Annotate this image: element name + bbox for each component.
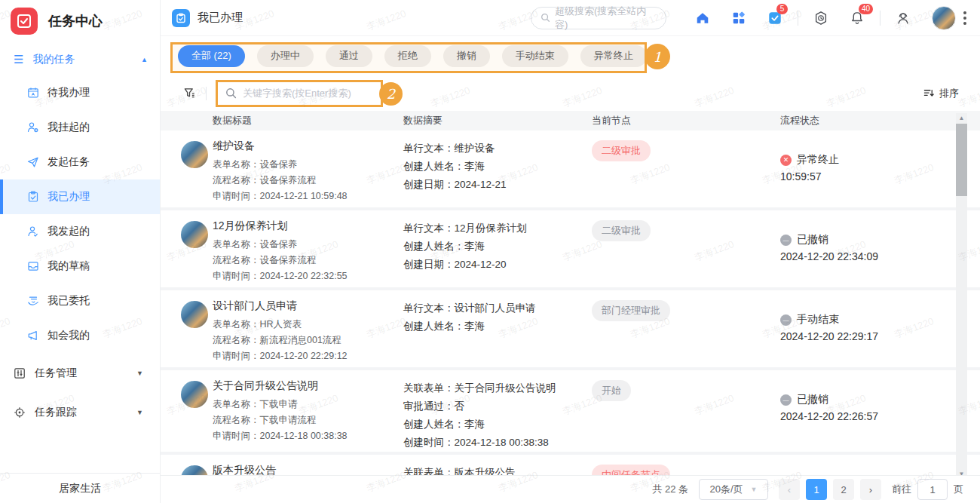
chevron-down-icon[interactable]: ▼	[136, 409, 143, 416]
status-label: 异常终止	[797, 153, 839, 167]
scroll-up-icon[interactable]: ▲	[959, 113, 965, 124]
sidebar-item-label: 我的草稿	[47, 259, 90, 273]
page-size-value: 20条/页	[710, 483, 743, 496]
row-summary: 关联表单：版本升级公告审批通过：否	[403, 455, 592, 475]
support-button[interactable]	[895, 10, 911, 26]
todo-button[interactable]: 5	[767, 10, 783, 26]
row-title[interactable]: 版本升级公告	[213, 464, 403, 475]
tab-all[interactable]: 全部 (22)	[178, 45, 245, 67]
filter-funnel-icon[interactable]	[182, 86, 197, 101]
goto-page-input[interactable]	[917, 479, 948, 500]
tab-rejected[interactable]: 拒绝	[384, 45, 431, 67]
table-row[interactable]: 维护设备 表单名称：设备保养流程名称：设备保养流程申请时间：2024-12-21…	[161, 130, 980, 207]
status-icon	[780, 394, 792, 406]
task-center-logo-icon	[11, 8, 38, 35]
sidebar-group-task-tracking[interactable]: 任务跟踪 ▼	[0, 394, 160, 431]
sidebar-item-todo[interactable]: 待我办理	[0, 75, 160, 110]
total-count: 共 22 条	[652, 483, 688, 496]
table-row[interactable]: 12月份保养计划 表单名称：设备保养流程名称：设备保养流程申请时间：2024-1…	[161, 210, 980, 287]
sidebar-item-notified[interactable]: 知会我的	[0, 318, 160, 353]
table-scrollbar[interactable]: ▲ ▼	[956, 113, 967, 480]
notifications-button[interactable]: 40	[849, 10, 865, 26]
row-summary: 单行文本：维护设备创建人姓名：李海创建日期：2024-12-21	[403, 130, 592, 207]
sidebar-menu: 待我办理 我挂起的 发起任务 我已办理 我发起的 我的草稿	[0, 75, 160, 353]
row-title[interactable]: 设计部门人员申请	[213, 299, 403, 313]
keyword-search-box[interactable]	[216, 80, 383, 107]
annotation-step-1: 1	[645, 44, 670, 69]
app-window: 任务中心 ☰ 我的任务 ▲ 待我办理 我挂起的 发起任务 我已办理	[0, 0, 980, 503]
user-pause-icon	[27, 121, 39, 133]
prev-page-button[interactable]: ‹	[779, 479, 800, 500]
home-icon	[695, 11, 710, 26]
clock-in-button[interactable]	[813, 10, 829, 26]
search-icon	[225, 87, 237, 99]
page-clipboard-icon	[172, 9, 190, 27]
sidebar-group-task-management[interactable]: 任务管理 ▼	[0, 354, 160, 392]
user-icon	[27, 225, 39, 238]
page-button-1[interactable]: 1	[806, 479, 827, 500]
row-details: 表单名称：HR人资表流程名称：新流程消息001流程申请时间：2024-12-20…	[213, 317, 403, 364]
chevron-down-icon[interactable]: ▼	[136, 370, 143, 377]
sidebar: 任务中心 ☰ 我的任务 ▲ 待我办理 我挂起的 发起任务 我已办理	[0, 0, 161, 503]
chevron-up-icon[interactable]: ▲	[141, 56, 148, 63]
sidebar-item-suspended[interactable]: 我挂起的	[0, 110, 160, 145]
row-status: 拒绝	[780, 455, 947, 475]
row-title[interactable]: 维护设备	[213, 140, 403, 153]
divider	[206, 87, 207, 100]
status-time: 10:59:57	[780, 170, 947, 182]
user-avatar[interactable]	[932, 6, 956, 30]
table-row[interactable]: 关于合同升级公告说明 表单名称：下载申请流程名称：下载申请流程申请时间：2024…	[161, 370, 980, 452]
sidebar-item-handled[interactable]: 我已办理	[0, 179, 160, 214]
status-label: 已撤销	[797, 233, 828, 247]
more-menu-button[interactable]	[963, 11, 966, 25]
row-summary: 单行文本：12月份保养计划创建人姓名：李海创建日期：2024-12-20	[403, 210, 592, 287]
apps-grid-icon	[731, 11, 746, 26]
status-time: 2024-12-20 22:29:17	[780, 330, 947, 342]
sidebar-section-my-tasks[interactable]: ☰ 我的任务 ▲	[0, 42, 160, 75]
tab-manually-ended[interactable]: 手动结束	[502, 45, 568, 67]
task-list: 维护设备 表单名称：设备保养流程名称：设备保养流程申请时间：2024-12-21…	[161, 130, 980, 475]
customer-service-icon	[896, 11, 911, 26]
tab-abnormal-end[interactable]: 异常终止	[580, 45, 647, 67]
sidebar-item-initiated-by-me[interactable]: 我发起的	[0, 214, 160, 249]
row-avatar	[181, 301, 208, 328]
tab-in-progress[interactable]: 办理中	[257, 45, 314, 67]
notifications-badge: 40	[859, 4, 873, 14]
node-badge: 中间任务节点	[592, 465, 670, 475]
sidebar-item-drafts[interactable]: 我的草稿	[0, 249, 160, 284]
sidebar-item-delegated[interactable]: 我已委托	[0, 284, 160, 318]
delegate-hand-icon	[27, 295, 39, 307]
search-icon	[541, 13, 550, 23]
sidebar-footer-link[interactable]: 居家生活	[0, 473, 160, 503]
clock-hexagon-icon	[813, 11, 828, 26]
page-button-2[interactable]: 2	[833, 479, 854, 500]
target-icon	[14, 406, 26, 419]
sort-label: 排序	[939, 87, 959, 100]
tab-approved[interactable]: 通过	[326, 45, 372, 67]
table-row[interactable]: 设计部门人员申请 表单名称：HR人资表流程名称：新流程消息001流程申请时间：2…	[161, 290, 980, 367]
sidebar-item-initiate-task[interactable]: 发起任务	[0, 145, 160, 179]
list-toolbar: 2 排序	[161, 75, 980, 111]
page-size-select[interactable]: 20条/页 ▼	[699, 479, 768, 500]
row-details: 表单名称：设备保养流程名称：设备保养流程申请时间：2024-12-20 22:3…	[213, 237, 403, 284]
global-search-placeholder: 超级搜索(搜索全站内容)	[555, 5, 657, 32]
next-page-button[interactable]: ›	[860, 479, 881, 500]
scrollbar-thumb[interactable]	[956, 124, 967, 196]
keyword-search-input[interactable]	[243, 87, 373, 99]
tab-revoked[interactable]: 撤销	[443, 45, 490, 67]
global-search-box[interactable]: 超级搜索(搜索全站内容)	[531, 7, 666, 29]
row-summary: 关联表单：关于合同升级公告说明审批通过：否创建人姓名：李海创建时间：2024-1…	[403, 370, 592, 452]
table-row[interactable]: 版本升级公告 表单名称：下载申请 关联表单：版本升级公告审批通过：否 中间任务节…	[161, 455, 980, 475]
status-label: 已撤销	[797, 393, 828, 406]
row-title[interactable]: 关于合同升级公告说明	[213, 379, 403, 393]
row-avatar	[181, 221, 208, 248]
apps-button[interactable]	[730, 10, 747, 26]
row-title[interactable]: 12月份保养计划	[213, 219, 403, 233]
sort-button[interactable]: 排序	[923, 87, 959, 100]
home-button[interactable]	[694, 10, 711, 26]
node-badge: 开始	[592, 380, 631, 401]
todo-badge: 5	[776, 4, 788, 14]
row-status: 异常终止 10:59:57	[780, 130, 947, 207]
topbar: 我已办理 超级搜索(搜索全站内容) 5	[161, 0, 980, 36]
node-badge: 二级审批	[592, 220, 651, 241]
